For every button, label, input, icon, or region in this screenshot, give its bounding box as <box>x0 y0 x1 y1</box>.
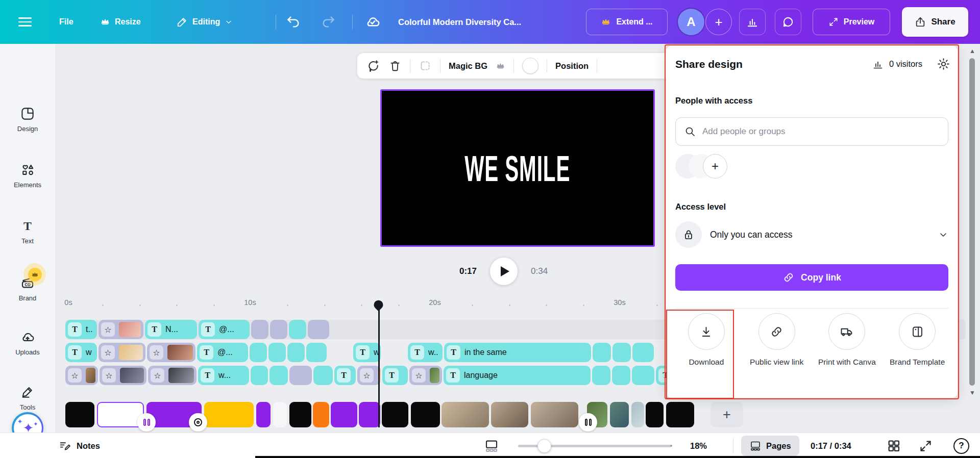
delete-icon[interactable] <box>388 59 402 72</box>
sidebar-item-elements[interactable]: Elements <box>0 162 55 189</box>
timeline-clip-segment[interactable] <box>612 343 631 362</box>
timeline-clip-segment[interactable] <box>268 343 286 362</box>
timeline-clip-segment[interactable] <box>592 366 610 385</box>
page-thumbnail[interactable] <box>382 402 408 427</box>
background-color-swatch[interactable] <box>522 58 538 74</box>
timeline-clip-segment[interactable] <box>251 320 268 339</box>
visitors-stat[interactable]: 0 visitors <box>872 58 922 70</box>
timeline-media-clip[interactable]: ☆ <box>357 366 381 385</box>
magic-bg-button[interactable]: Magic BG <box>449 61 487 71</box>
timeline-clip-segment[interactable] <box>287 343 305 362</box>
page-thumbnail[interactable] <box>289 402 311 427</box>
print-with-canva-button[interactable]: Print with Canva <box>812 313 883 367</box>
timeline-text-clip[interactable]: T@... <box>199 320 250 339</box>
play-button[interactable] <box>490 258 518 285</box>
sidebar-item-uploads[interactable]: Uploads <box>0 329 55 356</box>
add-people-input[interactable] <box>702 126 940 137</box>
timeline-view-toggle[interactable] <box>484 433 499 458</box>
fullscreen-button[interactable] <box>919 433 933 458</box>
brand-template-button[interactable]: Brand Template <box>882 313 952 367</box>
timeline-media-clip[interactable]: ☆ <box>409 366 442 385</box>
timeline-media-clip[interactable]: ☆ <box>147 343 195 362</box>
add-comment-icon[interactable] <box>366 59 380 73</box>
timeline-text-clip[interactable]: Tlanguage <box>444 366 591 385</box>
page-thumbnail[interactable] <box>610 402 629 427</box>
page-thumbnail[interactable] <box>273 402 287 427</box>
document-title[interactable]: Colorful Modern Diversity Ca... <box>398 0 577 44</box>
extend-trial-button[interactable]: Extend ... <box>586 9 668 35</box>
page-thumbnail[interactable] <box>65 402 94 427</box>
editing-mode-dropdown[interactable]: Editing <box>177 0 233 44</box>
sidebar-item-text[interactable]: TText <box>0 218 55 245</box>
timeline-clip-segment[interactable] <box>270 366 288 385</box>
playhead-line[interactable] <box>378 310 380 427</box>
copy-link-button[interactable]: Copy link <box>675 264 948 291</box>
timeline-clip-segment[interactable] <box>289 366 312 385</box>
user-avatar[interactable]: A <box>678 9 704 35</box>
timeline-text-clip[interactable]: Tw. <box>353 343 381 362</box>
timeline-text-clip[interactable]: Tw <box>65 343 97 362</box>
page-thumbnail[interactable] <box>531 402 578 427</box>
transition-pause-badge[interactable] <box>579 413 597 431</box>
timeline-clip-segment[interactable] <box>593 343 611 362</box>
timeline-clip-segment[interactable] <box>632 343 654 362</box>
timeline-text-clip[interactable]: Tin the same <box>444 343 591 362</box>
public-view-link-button[interactable]: Public view link <box>742 313 812 367</box>
add-person-button[interactable]: + <box>703 154 727 179</box>
page-thumbnail[interactable] <box>646 402 664 427</box>
timeline-text-clip[interactable]: TN... <box>145 320 197 339</box>
zoom-slider-track[interactable] <box>518 445 671 447</box>
comments-button[interactable] <box>775 9 801 35</box>
timeline-clip-segment[interactable] <box>313 366 333 385</box>
playhead-marker[interactable] <box>373 300 384 312</box>
timeline-media-clip[interactable]: ☆ <box>99 320 143 339</box>
timeline-clip-segment[interactable] <box>289 320 306 339</box>
notes-button[interactable]: Notes <box>58 433 100 458</box>
grid-view-button[interactable] <box>887 433 901 458</box>
main-menu-button[interactable] <box>18 0 32 44</box>
sidebar-item-design[interactable]: Design <box>0 106 55 133</box>
page-thumbnail[interactable] <box>631 402 644 427</box>
video-canvas[interactable]: WE SMILE <box>380 89 655 247</box>
page-thumbnail[interactable] <box>666 402 694 427</box>
timeline-text-clip[interactable]: Tw.. <box>408 343 443 362</box>
scrollbar-down-arrow[interactable]: ▼ <box>968 389 977 397</box>
sidebar-item-brand[interactable]: coBrand <box>0 274 55 302</box>
timeline-clip-segment[interactable] <box>251 366 268 385</box>
share-button[interactable]: Share <box>902 7 968 37</box>
transition-target-badge[interactable] <box>189 413 207 431</box>
timeline-clip-segment[interactable] <box>306 343 327 362</box>
timeline-clip-segment[interactable] <box>612 366 630 385</box>
timeline-text-clip[interactable]: T <box>382 366 408 385</box>
help-button[interactable]: ? <box>953 433 969 458</box>
undo-button[interactable] <box>286 0 301 44</box>
page-thumbnail[interactable] <box>411 402 440 427</box>
timeline-text-clip[interactable]: Tw... <box>198 366 249 385</box>
timeline-clip-segment[interactable] <box>250 343 267 362</box>
flip-icon[interactable] <box>419 59 432 72</box>
timeline-clip-segment[interactable] <box>308 320 329 339</box>
share-settings-gear-icon[interactable] <box>937 57 950 71</box>
page-thumbnail[interactable] <box>491 402 528 427</box>
timeline-clip-segment[interactable] <box>270 320 287 339</box>
file-menu[interactable]: File <box>59 0 74 44</box>
scrollbar-up-arrow[interactable]: ▲ <box>968 47 977 55</box>
zoom-slider[interactable] <box>518 433 671 458</box>
add-people-field[interactable] <box>675 117 948 146</box>
insights-button[interactable] <box>739 9 766 35</box>
transition-pause-badge[interactable] <box>137 413 156 431</box>
page-thumbnail[interactable] <box>359 402 380 427</box>
zoom-slider-thumb[interactable] <box>537 439 551 453</box>
scrollbar-thumb[interactable] <box>969 58 975 386</box>
cloud-save-status-icon[interactable] <box>364 0 381 44</box>
pages-view-button[interactable]: Pages <box>741 436 799 456</box>
page-thumbnail[interactable] <box>204 402 254 427</box>
page-thumbnail[interactable] <box>256 402 271 427</box>
redo-button[interactable] <box>321 0 336 44</box>
add-member-button[interactable]: + <box>705 9 732 35</box>
timeline-clip-segment[interactable] <box>632 366 654 385</box>
sidebar-item-tools[interactable]: Tools <box>0 385 55 411</box>
page-thumbnail[interactable] <box>313 402 329 427</box>
timeline-text-clip[interactable]: T <box>334 366 356 385</box>
timeline-media-clip[interactable]: ☆ <box>99 343 145 362</box>
